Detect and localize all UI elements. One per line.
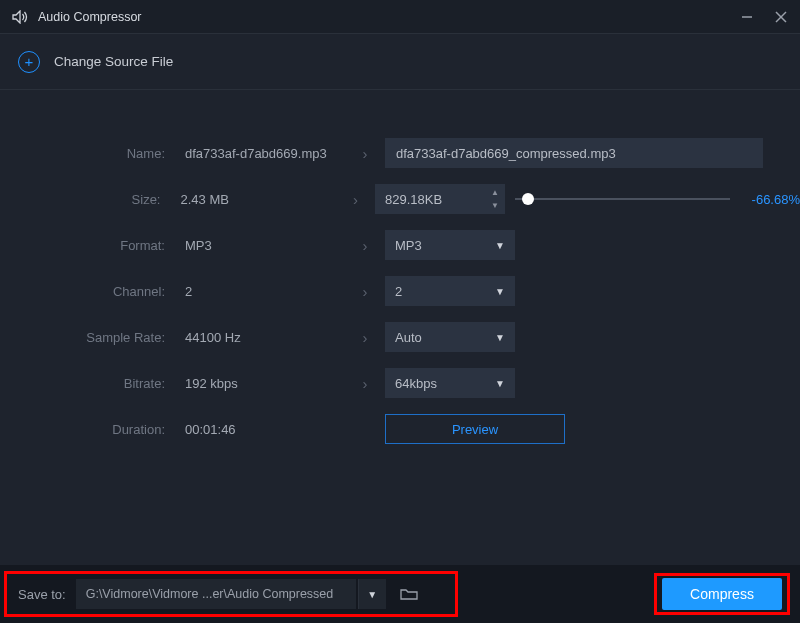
minimize-button[interactable] (740, 10, 754, 24)
label-sample-rate: Sample Rate: (0, 330, 175, 345)
size-percent: -66.68% (740, 192, 800, 207)
target-size-value: 829.18KB (385, 192, 442, 207)
folder-icon (400, 587, 418, 601)
chevron-right-icon: › (345, 329, 385, 346)
app-title: Audio Compressor (38, 10, 740, 24)
row-sample-rate: Sample Rate: 44100 Hz › Auto ▼ (0, 314, 800, 360)
row-duration: Duration: 00:01:46 Preview (0, 406, 800, 452)
slider-thumb[interactable] (522, 193, 534, 205)
original-sample-rate: 44100 Hz (175, 330, 345, 345)
save-path-group: G:\Vidmore\Vidmore ...er\Audio Compresse… (76, 578, 424, 610)
output-name-input[interactable] (385, 138, 763, 168)
plus-icon: + (18, 51, 40, 73)
window-controls (740, 10, 788, 24)
row-channel: Channel: 2 › 2 ▼ (0, 268, 800, 314)
chevron-down-icon: ▼ (495, 286, 505, 297)
label-name: Name: (0, 146, 175, 161)
label-channel: Channel: (0, 284, 175, 299)
original-format: MP3 (175, 238, 345, 253)
save-to-label: Save to: (18, 587, 66, 602)
original-size: 2.43 MB (170, 192, 336, 207)
chevron-right-icon: › (345, 283, 385, 300)
chevron-right-icon: › (345, 145, 385, 162)
size-slider[interactable] (515, 184, 730, 214)
row-name: Name: dfa733af-d7abd669.mp3 › (0, 130, 800, 176)
close-button[interactable] (774, 10, 788, 24)
row-bitrate: Bitrate: 192 kbps › 64kbps ▼ (0, 360, 800, 406)
chevron-right-icon: › (345, 237, 385, 254)
chevron-right-icon: › (336, 191, 375, 208)
save-path-dropdown[interactable]: ▼ (358, 579, 386, 609)
original-name: dfa733af-d7abd669.mp3 (175, 146, 345, 161)
preview-button-label: Preview (452, 422, 498, 437)
chevron-down-icon: ▼ (495, 332, 505, 343)
slider-track (515, 198, 730, 200)
chevron-down-icon: ▼ (495, 378, 505, 389)
label-bitrate: Bitrate: (0, 376, 175, 391)
compress-button[interactable]: Compress (662, 578, 782, 610)
bitrate-select-value: 64kbps (395, 376, 437, 391)
chevron-right-icon: › (345, 375, 385, 392)
label-format: Format: (0, 238, 175, 253)
label-size: Size: (0, 192, 170, 207)
app-icon (12, 8, 30, 26)
compress-button-label: Compress (690, 586, 754, 602)
change-source-row[interactable]: + Change Source File (0, 34, 800, 90)
sample-rate-select-value: Auto (395, 330, 422, 345)
sample-rate-select[interactable]: Auto ▼ (385, 322, 515, 352)
save-path-display[interactable]: G:\Vidmore\Vidmore ...er\Audio Compresse… (76, 579, 356, 609)
size-spinner[interactable]: 829.18KB ▲ ▼ (375, 184, 505, 214)
preview-button[interactable]: Preview (385, 414, 565, 444)
spinner-down-icon[interactable]: ▼ (487, 199, 503, 212)
footer-bar: Save to: G:\Vidmore\Vidmore ...er\Audio … (0, 565, 800, 623)
original-bitrate: 192 kbps (175, 376, 345, 391)
change-source-label: Change Source File (54, 54, 173, 69)
format-select-value: MP3 (395, 238, 422, 253)
bitrate-select[interactable]: 64kbps ▼ (385, 368, 515, 398)
channel-select-value: 2 (395, 284, 402, 299)
row-size: Size: 2.43 MB › 829.18KB ▲ ▼ -66.68% (0, 176, 800, 222)
channel-select[interactable]: 2 ▼ (385, 276, 515, 306)
row-format: Format: MP3 › MP3 ▼ (0, 222, 800, 268)
spinner-up-icon[interactable]: ▲ (487, 186, 503, 199)
browse-folder-button[interactable] (394, 579, 424, 609)
label-duration: Duration: (0, 422, 175, 437)
original-duration: 00:01:46 (175, 422, 345, 437)
settings-form: Name: dfa733af-d7abd669.mp3 › Size: 2.43… (0, 130, 800, 452)
original-channel: 2 (175, 284, 345, 299)
title-bar: Audio Compressor (0, 0, 800, 34)
format-select[interactable]: MP3 ▼ (385, 230, 515, 260)
chevron-down-icon: ▼ (495, 240, 505, 251)
